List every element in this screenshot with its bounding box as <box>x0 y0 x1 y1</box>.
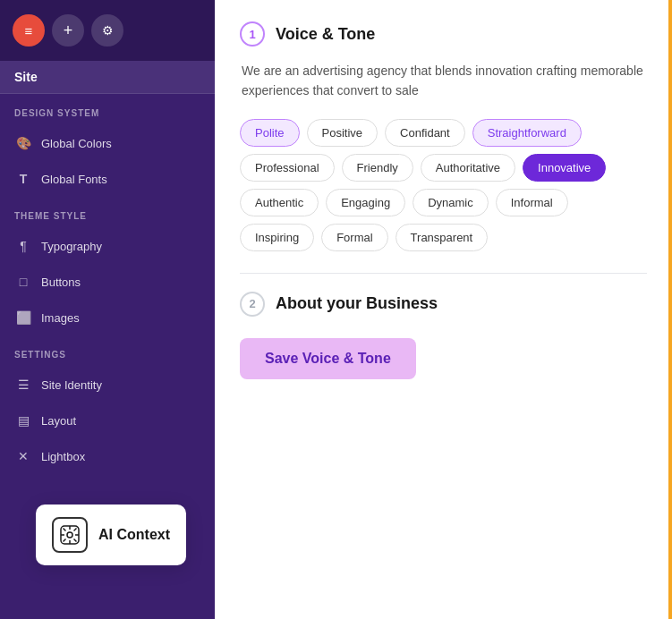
tag-innovative[interactable]: Innovative <box>523 154 606 182</box>
section1-header: 1 Voice & Tone <box>240 21 647 47</box>
sidebar-item-label: Layout <box>41 414 76 428</box>
settings-section-label: Settings <box>0 335 215 367</box>
tag-positive[interactable]: Positive <box>307 119 379 147</box>
sidebar-item-label: Typography <box>41 240 102 253</box>
ai-context-card[interactable]: AI Context <box>36 505 186 565</box>
sidebar-item-layout[interactable]: ▤ Layout <box>0 403 215 438</box>
sidebar-item-site-identity[interactable]: ☰ Site Identity <box>0 367 215 403</box>
tag-authentic[interactable]: Authentic <box>240 189 319 216</box>
tag-formal[interactable]: Formal <box>321 224 387 251</box>
sidebar-item-label: Buttons <box>41 276 81 289</box>
tag-inspiring[interactable]: Inspiring <box>240 224 314 251</box>
sidebar-item-typography[interactable]: ¶ Typography <box>0 228 215 264</box>
elementor-icon: ≡ <box>25 23 33 38</box>
section1-title: Voice & Tone <box>276 25 375 44</box>
sidebar-title: Site <box>0 61 215 94</box>
palette-icon: 🎨 <box>14 134 32 152</box>
site-identity-icon: ☰ <box>14 376 32 394</box>
settings-icon: ⚙ <box>102 23 114 38</box>
tag-polite[interactable]: Polite <box>240 119 300 147</box>
sidebar-item-global-fonts[interactable]: T Global Fonts <box>0 161 215 197</box>
plus-icon: + <box>64 21 73 40</box>
svg-line-8 <box>74 529 77 531</box>
voice-tone-description: We are an advertising agency that blends… <box>240 61 647 101</box>
divider <box>240 273 647 274</box>
main-panel: 1 Voice & Tone We are an advertising age… <box>215 0 672 619</box>
section2-title: About your Business <box>276 294 438 313</box>
gear-icon <box>60 525 80 545</box>
tag-informal[interactable]: Informal <box>496 189 568 216</box>
svg-line-9 <box>64 539 66 542</box>
image-icon: ⬜ <box>14 309 32 326</box>
sidebar-item-label: Lightbox <box>41 450 85 463</box>
add-button[interactable]: + <box>52 14 84 47</box>
tag-transparent[interactable]: Transparent <box>396 224 489 251</box>
button-icon: □ <box>14 273 32 291</box>
ai-context-label: AI Context <box>98 527 170 543</box>
sidebar-item-global-colors[interactable]: 🎨 Global Colors <box>0 125 215 161</box>
tag-straightforward[interactable]: Straightforward <box>472 119 582 147</box>
layout-icon: ▤ <box>14 411 32 429</box>
typography-icon: ¶ <box>14 237 32 255</box>
sidebar-item-label: Images <box>41 311 80 325</box>
section2-header: 2 About your Business <box>240 292 647 317</box>
tags-container: Polite Positive Confidant Straightforwar… <box>240 119 647 251</box>
sidebar-item-images[interactable]: ⬜ Images <box>0 300 215 335</box>
save-voice-tone-button[interactable]: Save Voice & Tone <box>240 338 416 379</box>
elementor-icon-button[interactable]: ≡ <box>13 14 45 47</box>
ai-context-icon <box>52 517 88 553</box>
font-icon: T <box>14 170 32 188</box>
sidebar-item-label: Site Identity <box>41 378 102 392</box>
sidebar-item-lightbox[interactable]: ✕ Lightbox <box>0 438 215 474</box>
tag-engaging[interactable]: Engaging <box>326 189 405 216</box>
sidebar-toolbar: ≡ + ⚙ <box>0 0 215 61</box>
design-system-label: Design System <box>0 94 215 125</box>
tag-authoritative[interactable]: Authoritative <box>421 154 515 182</box>
lightbox-icon: ✕ <box>14 447 32 465</box>
tag-professional[interactable]: Professional <box>240 154 335 182</box>
settings-button[interactable]: ⚙ <box>91 14 123 47</box>
tag-confidant[interactable]: Confidant <box>385 119 465 147</box>
sidebar-item-label: Global Colors <box>41 137 112 150</box>
svg-point-1 <box>67 532 72 538</box>
tag-dynamic[interactable]: Dynamic <box>413 189 489 216</box>
sidebar-item-label: Global Fonts <box>41 173 107 186</box>
section1-number: 1 <box>240 21 265 47</box>
svg-line-6 <box>64 529 66 531</box>
tag-friendly[interactable]: Friendly <box>342 154 413 182</box>
theme-style-label: Theme Style <box>0 197 215 228</box>
panel-content: 1 Voice & Tone We are an advertising age… <box>215 0 672 619</box>
sidebar-item-buttons[interactable]: □ Buttons <box>0 264 215 300</box>
section2-number: 2 <box>240 292 265 317</box>
svg-line-7 <box>74 539 77 542</box>
